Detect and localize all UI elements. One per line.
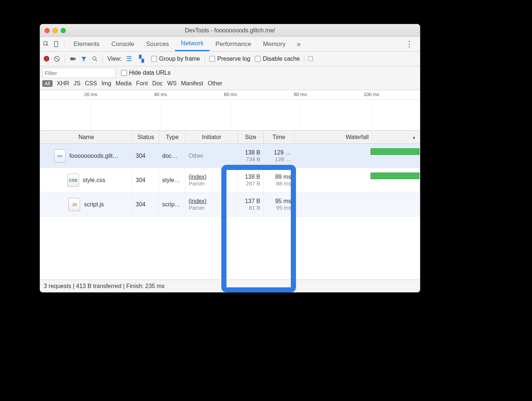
waterfall-cell — [294, 144, 420, 168]
status-cell: 304 — [133, 144, 159, 168]
view-label: View: — [107, 56, 122, 62]
type-cell: style… — [159, 168, 186, 192]
device-icon[interactable] — [53, 41, 60, 47]
window-title: DevTools - foooooooods.glitch.me/ — [40, 27, 420, 34]
filter-bar: Hide data URLs AllXHRJSCSSImgMediaFontDo… — [40, 66, 420, 90]
filter-type-manifest[interactable]: Manifest — [181, 80, 203, 87]
filter-type-media[interactable]: Media — [116, 80, 132, 87]
tab-performance[interactable]: Performance — [210, 37, 257, 51]
initiator-sub: Parser — [189, 180, 235, 187]
time-sub: 128 … — [275, 156, 291, 162]
tabs-overflow-icon[interactable]: » — [293, 40, 304, 48]
filter-type-doc[interactable]: Doc — [152, 80, 163, 87]
summary-bar: 3 requests | 413 B transferred | Finish:… — [40, 280, 420, 292]
clear-icon[interactable] — [54, 56, 60, 62]
time-sub: 95 ms — [276, 205, 291, 211]
status-cell: 304 — [133, 168, 159, 192]
record-icon[interactable] — [44, 56, 49, 61]
type-cell: doc… — [159, 144, 186, 168]
col-time[interactable]: Time — [264, 131, 294, 143]
window-controls — [40, 28, 66, 33]
size-sub: 81 B — [249, 205, 260, 211]
waterfall-cell — [294, 168, 420, 192]
status-cell: 304 — [133, 192, 159, 216]
offline-checkbox-partial[interactable] — [308, 56, 313, 61]
close-icon[interactable] — [44, 28, 50, 33]
filter-type-img[interactable]: Img — [101, 80, 111, 87]
size-sub: 287 B — [246, 180, 260, 187]
titlebar: DevTools - foooooooods.glitch.me/ — [40, 24, 420, 37]
filter-type-ws[interactable]: WS — [167, 80, 177, 87]
request-table: NameStatusTypeInitiatorSizeTimeWaterfall… — [40, 131, 420, 280]
js-file-icon: JS — [68, 198, 80, 211]
svg-point-3 — [93, 57, 96, 60]
time-value: 89 ms — [275, 174, 291, 180]
col-name[interactable]: Name — [40, 131, 133, 143]
col-type[interactable]: Type — [159, 131, 186, 143]
filter-type-other[interactable]: Other — [208, 80, 222, 87]
time-value: 95 ms — [275, 198, 291, 205]
request-name: script.js — [84, 201, 104, 208]
filter-type-js[interactable]: JS — [74, 80, 81, 87]
group-by-frame-checkbox[interactable]: Group by frame — [151, 56, 200, 62]
waterfall-bar — [371, 148, 419, 155]
filter-type-font[interactable]: Font — [136, 80, 148, 87]
resource-type-filter: AllXHRJSCSSImgMediaFontDocWSManifestOthe… — [42, 80, 418, 87]
devtools-window: DevTools - foooooooods.glitch.me/ Elemen… — [40, 24, 420, 292]
request-name: foooooooods.glit… — [69, 153, 118, 159]
initiator-link[interactable]: (index) — [189, 174, 235, 180]
tab-elements[interactable]: Elements — [68, 37, 106, 51]
tab-network[interactable]: Network — [175, 37, 210, 51]
timeline-tick: 40 ms — [154, 92, 167, 97]
panel-tabs: ElementsConsoleSourcesNetworkPerformance… — [40, 37, 420, 52]
view-waterfall-icon[interactable]: ▝▖ — [136, 55, 147, 63]
initiator-link: Other — [189, 153, 235, 159]
table-row[interactable]: CSSstyle.css304style…(index)Parser138 B2… — [40, 168, 420, 192]
camera-icon[interactable] — [69, 56, 76, 62]
initiator-link[interactable]: (index) — [189, 198, 235, 205]
col-status[interactable]: Status — [133, 131, 159, 143]
col-waterfall[interactable]: Waterfall▲ — [294, 131, 420, 143]
preserve-log-checkbox[interactable]: Preserve log — [209, 56, 250, 62]
timeline-overview[interactable]: 20 ms40 ms60 ms80 ms100 ms — [40, 90, 420, 131]
sort-indicator-icon: ▲ — [412, 135, 416, 140]
type-cell: scrip… — [159, 192, 186, 216]
zoom-icon[interactable] — [61, 28, 66, 33]
css-file-icon: CSS — [67, 174, 79, 187]
minimize-icon[interactable] — [53, 28, 58, 33]
waterfall-bar — [371, 173, 420, 179]
size-sub: 734 B — [246, 156, 260, 162]
search-icon[interactable] — [92, 56, 98, 62]
table-row[interactable]: JSscript.js304scrip…(index)Parser137 B81… — [40, 192, 420, 217]
timeline-tick: 60 ms — [224, 92, 237, 97]
filter-type-css[interactable]: CSS — [85, 80, 97, 87]
svg-rect-0 — [54, 41, 58, 47]
tab-sources[interactable]: Sources — [140, 37, 175, 51]
filter-type-all[interactable]: All — [42, 80, 53, 87]
disable-cache-checkbox[interactable]: Disable cache — [255, 56, 300, 62]
timeline-tick: 100 ms — [364, 92, 379, 97]
filter-type-xhr[interactable]: XHR — [57, 80, 69, 87]
filter-input[interactable] — [42, 68, 116, 78]
table-row[interactable]: <>foooooooods.glit…304doc…Other138 B734 … — [40, 144, 420, 168]
filter-icon[interactable] — [81, 56, 87, 62]
network-toolbar: View: ☰ ▝▖ Group by frame Preserve log D… — [40, 52, 420, 66]
time-sub: 88 ms — [276, 180, 291, 187]
html-file-icon: <> — [54, 149, 66, 163]
tab-console[interactable]: Console — [106, 37, 140, 51]
waterfall-cell — [294, 192, 420, 216]
inspect-icon[interactable] — [43, 41, 50, 47]
timeline-tick: 80 ms — [294, 92, 307, 97]
time-value: 129 … — [274, 149, 291, 156]
request-name: style.css — [83, 177, 105, 184]
timeline-tick: 20 ms — [84, 92, 97, 97]
col-size[interactable]: Size — [238, 131, 264, 143]
size-value: 138 B — [245, 174, 260, 180]
tab-memory[interactable]: Memory — [257, 37, 291, 51]
size-value: 138 B — [245, 149, 260, 156]
view-large-icon[interactable]: ☰ — [126, 55, 132, 63]
table-header: NameStatusTypeInitiatorSizeTimeWaterfall… — [40, 131, 420, 144]
hide-data-urls-checkbox[interactable]: Hide data URLs — [121, 70, 171, 76]
col-initiator[interactable]: Initiator — [186, 131, 238, 143]
kebab-menu-icon[interactable]: ⋮ — [401, 39, 417, 49]
